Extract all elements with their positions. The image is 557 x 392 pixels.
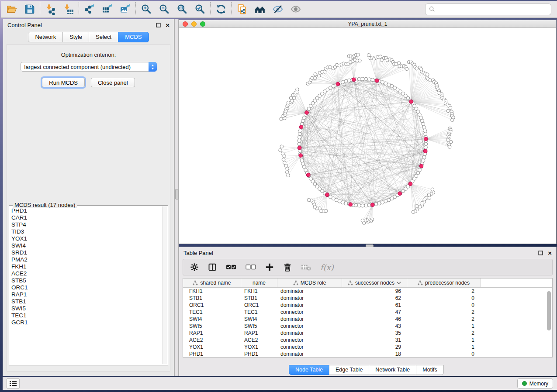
mcds-result-item[interactable]: SRD1 (11, 249, 162, 256)
float-panel-icon[interactable] (156, 23, 161, 28)
close-panel-icon[interactable]: × (548, 251, 552, 255)
network-node[interactable] (415, 67, 419, 70)
table-row[interactable]: PHD1PHD1dominator180 (183, 351, 552, 358)
network-node[interactable] (367, 54, 370, 57)
table-row[interactable]: FKH1FKH1dominator962 (183, 288, 552, 295)
network-node[interactable] (344, 79, 348, 83)
network-node[interactable] (299, 129, 302, 132)
add-icon[interactable] (265, 263, 274, 272)
memory-button[interactable]: Memory (517, 378, 553, 389)
close-panel-icon[interactable]: × (166, 23, 170, 28)
network-node[interactable] (298, 132, 301, 136)
network-node[interactable] (446, 109, 450, 113)
column-header-successor-nodes[interactable]: successor nodes (342, 279, 407, 287)
network-node[interactable] (298, 135, 301, 139)
export-image-button[interactable] (116, 2, 134, 17)
network-mcds-node[interactable] (299, 125, 303, 129)
network-node[interactable] (281, 152, 284, 155)
table-row[interactable]: ACE2ACE2connector311 (183, 337, 552, 344)
network-mcds-node[interactable] (325, 193, 329, 197)
network-canvas[interactable] (179, 28, 556, 244)
mcds-result-item[interactable]: STB5 (11, 277, 162, 284)
table-row[interactable]: RAP1RAP1dominator352 (183, 330, 552, 337)
import-network-button[interactable] (42, 2, 59, 17)
network-node[interactable] (422, 122, 425, 126)
tab-network-table[interactable]: Network Table (369, 365, 416, 375)
export-table-button[interactable] (98, 2, 116, 17)
optimization-select[interactable]: largest connected component (undirected) (21, 62, 157, 72)
network-node[interactable] (367, 78, 371, 81)
run-mcds-button[interactable]: Run MCDS (42, 78, 85, 87)
network-node[interactable] (361, 219, 364, 222)
tab-motifs[interactable]: Motifs (416, 365, 443, 375)
network-node[interactable] (313, 206, 317, 209)
splitter-grip[interactable] (175, 189, 179, 199)
network-node[interactable] (374, 203, 378, 206)
network-node[interactable] (377, 202, 381, 205)
mcds-result-item[interactable]: PHD1 (11, 207, 162, 214)
network-node[interactable] (298, 142, 301, 146)
network-node[interactable] (379, 55, 382, 58)
network-node[interactable] (426, 73, 429, 76)
network-node[interactable] (354, 203, 358, 207)
search-input[interactable] (437, 4, 551, 14)
network-mcds-node[interactable] (370, 203, 374, 207)
mcds-result-item[interactable]: TEC1 (11, 312, 162, 319)
network-node[interactable] (451, 118, 454, 122)
tab-style[interactable]: Style (62, 32, 89, 42)
copy-network-button[interactable] (233, 2, 251, 17)
network-node[interactable] (364, 77, 368, 81)
network-node[interactable] (296, 88, 299, 91)
select-all-icon[interactable] (226, 263, 236, 272)
network-node[interactable] (307, 198, 311, 202)
network-node[interactable] (283, 161, 287, 165)
network-node[interactable] (341, 201, 345, 204)
network-node[interactable] (285, 171, 289, 174)
table-row[interactable]: ORC1ORC1dominator610 (183, 302, 552, 309)
table-row[interactable]: SWI5SWI5connector431 (183, 323, 552, 330)
table-scrollbar[interactable] (547, 291, 551, 330)
network-mcds-node[interactable] (298, 146, 301, 150)
network-node[interactable] (424, 146, 428, 149)
mcds-result-item[interactable]: RAP1 (11, 291, 162, 298)
float-panel-icon[interactable] (538, 251, 543, 255)
close-window-button[interactable] (183, 21, 188, 27)
network-node[interactable] (279, 148, 282, 152)
column-header-MCDS-role[interactable]: MCDS role (277, 279, 342, 287)
tab-mcds[interactable]: MCDS (118, 32, 149, 42)
minimize-window-button[interactable] (191, 21, 197, 27)
zoom-in-button[interactable] (137, 2, 155, 17)
mcds-result-item[interactable]: PMA2 (11, 256, 162, 263)
network-node[interactable] (371, 78, 374, 82)
network-mcds-node[interactable] (419, 164, 423, 168)
network-node[interactable] (289, 96, 293, 100)
network-node[interactable] (405, 67, 408, 71)
network-node[interactable] (357, 204, 361, 207)
network-node[interactable] (282, 158, 285, 162)
zoom-fit-button[interactable] (173, 2, 191, 17)
network-node[interactable] (280, 145, 284, 148)
zoom-out-button[interactable] (155, 2, 173, 17)
network-mcds-node[interactable] (349, 203, 353, 206)
zoom-selected-button[interactable] (191, 2, 209, 17)
vertical-splitter[interactable] (174, 19, 179, 376)
horizontal-splitter[interactable] (179, 244, 557, 246)
network-node[interactable] (423, 129, 427, 132)
network-node[interactable] (420, 119, 424, 123)
mcds-result-item[interactable]: SWI5 (11, 305, 162, 312)
mcds-result-item[interactable]: SWI4 (11, 242, 162, 249)
network-node[interactable] (280, 117, 283, 121)
network-node[interactable] (424, 132, 427, 136)
network-node[interactable] (287, 174, 290, 177)
function-icon[interactable]: f(x) (320, 263, 334, 272)
network-node[interactable] (347, 79, 351, 82)
network-mcds-node[interactable] (398, 192, 402, 196)
maximize-window-button[interactable] (200, 21, 205, 27)
mcds-result-item[interactable]: STP4 (11, 221, 162, 228)
network-node[interactable] (314, 76, 317, 80)
network-node[interactable] (412, 210, 415, 214)
close-panel-button[interactable]: Close panel (91, 78, 135, 87)
network-node[interactable] (381, 201, 384, 204)
tab-node-table[interactable]: Node Table (289, 365, 329, 375)
refresh-network-button[interactable] (212, 2, 230, 17)
